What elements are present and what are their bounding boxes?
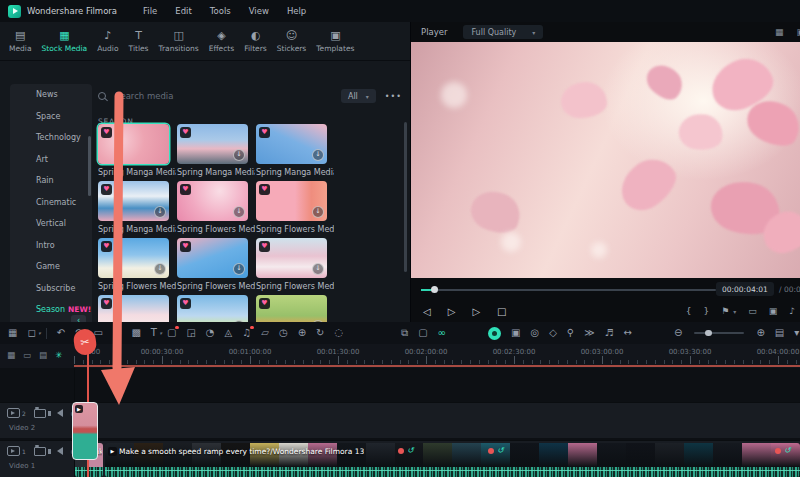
favorite-heart-icon[interactable]: ♥: [180, 184, 191, 195]
quality-dropdown[interactable]: Full Quality ▾: [463, 25, 543, 39]
fit-timeline-icon[interactable]: ↔: [624, 327, 632, 339]
filter-dropdown[interactable]: All ▾: [341, 89, 376, 103]
tab-stickers[interactable]: ☺Stickers: [272, 30, 312, 53]
mute-speaker-icon[interactable]: [57, 447, 63, 455]
mask-icon[interactable]: ◇: [549, 327, 557, 339]
media-thumbnail[interactable]: ♥↓: [177, 181, 248, 221]
favorite-heart-icon[interactable]: ♥: [259, 184, 270, 195]
play-icon[interactable]: ▷: [448, 306, 456, 317]
tab-media[interactable]: ▤Media: [4, 30, 37, 53]
favorite-heart-icon[interactable]: ♥: [180, 298, 191, 309]
media-bin-icon[interactable]: ▦: [8, 327, 17, 339]
marker-tool-icon[interactable]: ▭: [23, 350, 31, 360]
tab-audio[interactable]: ♪Audio: [92, 30, 123, 53]
split-icon[interactable]: ✂: [113, 327, 121, 339]
media-thumbnail[interactable]: ♥↓: [256, 181, 327, 221]
tab-transitions[interactable]: ◫Transitions: [154, 30, 204, 53]
track-row-video2[interactable]: 2◉Video 2: [0, 402, 800, 438]
zoom-out-icon[interactable]: ⊖: [674, 327, 682, 339]
favorite-heart-icon[interactable]: ♥: [259, 127, 270, 138]
media-thumbnail[interactable]: ♥↓: [256, 295, 327, 322]
zoom-in-icon[interactable]: ⊕: [756, 327, 764, 339]
speed-ramp-icon[interactable]: ≫: [584, 327, 594, 339]
motion-track-icon[interactable]: ⊕: [298, 327, 306, 339]
compound-clip-icon[interactable]: ▢: [418, 327, 427, 339]
dragged-clip-ghost[interactable]: ▶: [72, 402, 98, 460]
more-options-button[interactable]: •••: [385, 92, 402, 101]
favorite-heart-icon[interactable]: ♥: [259, 241, 270, 252]
menu-help[interactable]: Help: [287, 6, 306, 16]
hand-tool-icon[interactable]: ◌: [334, 327, 343, 339]
sidebar-item-news[interactable]: News: [10, 84, 92, 106]
tab-stock-media[interactable]: ▦Stock Media: [37, 30, 93, 53]
step-back-icon[interactable]: ◁: [423, 306, 431, 317]
media-thumbnail[interactable]: ♥↓: [256, 238, 327, 278]
copy-icon[interactable]: ⧉: [401, 327, 408, 339]
mark-out-icon[interactable]: }: [703, 306, 709, 316]
screen-record-icon[interactable]: ◲: [186, 327, 195, 339]
select-tool-icon[interactable]: ◻▾: [27, 327, 35, 339]
tracks-chevron-icon[interactable]: ▾▾: [794, 327, 799, 339]
text-tool-icon[interactable]: T▾: [151, 327, 157, 339]
keyframe-camera-icon[interactable]: ▣: [511, 327, 520, 339]
favorite-heart-icon[interactable]: ♥: [101, 241, 112, 252]
quick-split-toggle[interactable]: [488, 327, 501, 340]
keyframe-flower-icon[interactable]: ✳: [55, 350, 62, 360]
multi-view-icon[interactable]: ▦: [775, 27, 784, 37]
seek-bar[interactable]: [421, 289, 716, 291]
timeline-ruler[interactable]: ▦▭▤✳ 00:0000:00:30:0000:01:00:0000:01:30…: [0, 344, 800, 368]
sidebar-item-vertical[interactable]: Vertical: [10, 213, 92, 235]
media-thumbnail[interactable]: ♥↓: [177, 124, 248, 164]
media-thumbnail[interactable]: ♥↓: [256, 124, 327, 164]
crop-icon[interactable]: ▩: [131, 327, 140, 339]
sidebar-item-intro[interactable]: Intro: [10, 235, 92, 257]
snapshot-icon[interactable]: ▣: [769, 306, 778, 316]
favorite-heart-icon[interactable]: ♥: [259, 298, 270, 309]
sidebar-item-technology[interactable]: Technology: [10, 127, 92, 149]
sidebar-item-cinematic[interactable]: Cinematic: [10, 192, 92, 214]
favorite-heart-icon[interactable]: ♥: [180, 127, 191, 138]
sidebar-scrollbar[interactable]: [88, 136, 91, 196]
marker-icon[interactable]: ⚑: [721, 306, 729, 316]
mark-in-icon[interactable]: {: [686, 306, 692, 316]
sidebar-item-rain[interactable]: Rain: [10, 170, 92, 192]
zoom-slider-handle[interactable]: [705, 330, 712, 337]
rotate-icon[interactable]: ↻: [316, 327, 324, 339]
mask-tool-icon[interactable]: ▢: [167, 327, 176, 339]
step-forward-icon[interactable]: ▷: [472, 306, 480, 317]
add-clip-icon[interactable]: ▦: [7, 350, 15, 360]
sidebar-item-space[interactable]: Space: [10, 106, 92, 128]
media-thumbnail[interactable]: ♥: [98, 124, 169, 164]
media-thumbnail[interactable]: ♥↓: [98, 181, 169, 221]
folder-icon[interactable]: [34, 447, 46, 456]
sidebar-item-game[interactable]: Game: [10, 256, 92, 278]
adjust-icon[interactable]: ▱: [261, 327, 269, 339]
media-thumbnail[interactable]: ♥↓: [177, 238, 248, 278]
media-thumbnail[interactable]: ♥↓: [177, 295, 248, 322]
volume-icon[interactable]: ♪: [789, 306, 795, 316]
undo-icon[interactable]: ↶: [57, 327, 65, 339]
sidebar-item-subscribe[interactable]: Subscribe: [10, 278, 92, 300]
favorite-heart-icon[interactable]: ♥: [101, 298, 112, 309]
tab-filters[interactable]: ◐Filters: [239, 30, 271, 53]
favorite-heart-icon[interactable]: ♥: [101, 127, 112, 138]
tab-templates[interactable]: ▣Templates: [311, 30, 359, 53]
media-thumbnail[interactable]: ♥: [98, 295, 169, 322]
sidebar-item-art[interactable]: Art: [10, 149, 92, 171]
chroma-key-icon[interactable]: ◬: [225, 327, 233, 339]
menu-file[interactable]: File: [143, 6, 157, 16]
menu-view[interactable]: View: [249, 6, 269, 16]
track-row-video1[interactable]: 1◉Video 1 ▶ Mak... ▶ Make a smooth speed…: [0, 440, 800, 477]
fullscreen-icon[interactable]: ▣: [796, 27, 800, 37]
mute-speaker-icon[interactable]: [57, 409, 63, 417]
speed-icon[interactable]: ◔: [206, 327, 215, 339]
sidebar-collapse-button[interactable]: ‹: [71, 315, 86, 322]
audio-stretch-icon[interactable]: ♬: [605, 327, 614, 339]
seek-handle[interactable]: [431, 286, 438, 293]
tab-effects[interactable]: ◈Effects: [204, 30, 240, 53]
menu-edit[interactable]: Edit: [175, 6, 191, 16]
duration-icon[interactable]: ◷: [279, 327, 288, 339]
marker-chevron-icon[interactable]: ▾: [733, 308, 736, 315]
manage-tracks-icon[interactable]: ▤: [775, 327, 784, 339]
display-icon[interactable]: ▭: [748, 306, 757, 316]
